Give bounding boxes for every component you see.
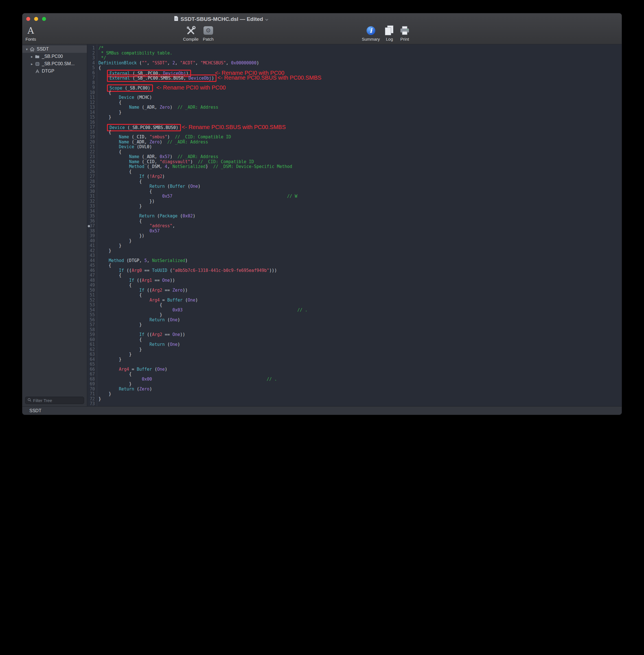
code-token: , [167, 61, 172, 66]
code-token: Name [119, 139, 129, 144]
code-token [98, 367, 119, 372]
minimize-button[interactable] [34, 17, 38, 21]
code-token: ) [195, 298, 198, 303]
code-text [97, 120, 98, 125]
code-line: 26 { [87, 170, 622, 175]
code-line: 2 * SMBus compatibility table. [87, 51, 622, 56]
code-token: "SSDT" [152, 61, 167, 66]
disclosure-right-icon[interactable]: ▸ [30, 54, 34, 59]
code-token: Zero [160, 105, 170, 110]
line-number: 52 [87, 298, 97, 303]
code-token: } [98, 381, 132, 386]
code-text: } [97, 352, 132, 357]
code-line: 7 External (_SB_.PC00.SMBS.BUS0, DeviceO… [87, 75, 622, 81]
close-button[interactable] [26, 17, 30, 21]
code-token: } [98, 110, 121, 115]
filter-field[interactable] [25, 397, 84, 404]
code-text: 0x03 // . [97, 308, 307, 313]
code-line: 10 { [87, 90, 622, 95]
line-number: 17 [87, 125, 97, 130]
tree-item-DTGP[interactable]: DTGP [22, 67, 87, 75]
code-token: (( [144, 332, 152, 337]
code-text: } [97, 347, 142, 352]
code-text: { [97, 303, 162, 308]
code-token: (MCHC) [134, 95, 152, 100]
code-token: (_DSM, [144, 164, 165, 169]
line-number: 57 [87, 322, 97, 328]
line-number: 41 [87, 243, 97, 248]
code-token [98, 308, 172, 313]
code-token: // _ADR: Address [178, 105, 218, 110]
code-text: } [97, 239, 132, 244]
zoom-button[interactable] [42, 17, 46, 21]
code-line: 63 } [87, 352, 622, 357]
code-token: ) [198, 184, 200, 189]
code-text: } [97, 313, 162, 318]
code-token: ) [170, 154, 178, 159]
code-token: // _CID: Compatible ID [175, 134, 231, 139]
code-token: ))) [269, 268, 277, 273]
tree-item-SB-PC00-SM[interactable]: ▸_SB.PC00.SM... [22, 60, 87, 67]
code-line: 67 { [87, 372, 622, 377]
code-token: "diagsvault" [160, 159, 190, 164]
code-text: Name (_CID, "diagsvault") // _CID: Compa… [97, 159, 254, 165]
code-editor[interactable]: 1/*2 * SMBus compatibility table.3 */4De… [87, 44, 622, 406]
code-token: /* [98, 45, 104, 50]
code-token: One [188, 298, 195, 303]
code-token: !Arg2 [150, 174, 162, 179]
code-line: 73 [87, 402, 622, 406]
code-text: If (!Arg2) [97, 174, 165, 179]
fonts-button[interactable]: A Fonts [22, 25, 40, 42]
code-token: ) [162, 174, 165, 179]
code-token: ( [165, 342, 170, 347]
filter-tree-input[interactable] [33, 398, 82, 403]
tree-item-SSDT[interactable]: ▾SSDT [22, 45, 87, 53]
code-token: ( [152, 367, 157, 372]
code-line: 30 { [87, 189, 622, 194]
code-token [183, 308, 297, 313]
disclosure-down-icon[interactable]: ▾ [25, 47, 29, 51]
code-text: Method (_DSM, 4, NotSerialized) // _DSM:… [97, 164, 292, 170]
code-line: 42 } [87, 248, 622, 253]
info-icon: i [367, 26, 375, 35]
print-button[interactable]: Print [396, 25, 414, 42]
code-token: { [98, 65, 101, 70]
line-number: 36 [87, 219, 97, 224]
code-line: 3 */ [87, 55, 622, 61]
code-line: 53 { [87, 303, 622, 308]
code-text: } [97, 248, 111, 253]
code-text: 0x00 // . [97, 377, 277, 382]
code-token [172, 194, 287, 199]
code-token: ) [165, 367, 167, 372]
line-number: 1 [87, 46, 97, 51]
line-number: 63 [87, 352, 97, 357]
line-number: 50 [87, 288, 97, 293]
disclosure-right-icon[interactable]: ▸ [30, 62, 34, 66]
patch-button[interactable]: ⚙ Patch [199, 25, 217, 42]
summary-button[interactable]: i Summary [362, 25, 380, 42]
code-token: { [98, 337, 142, 342]
line-number: 30 [87, 189, 97, 194]
code-token: Method [109, 258, 124, 263]
code-text: */ [97, 55, 106, 61]
code-token: ) [211, 76, 214, 81]
code-token: 0x03 [172, 308, 183, 313]
code-line: 31 0x57 // W [87, 194, 622, 199]
code-token: */ [98, 55, 106, 61]
title-chevron-down-icon[interactable] [265, 16, 268, 22]
code-line: 69 } [87, 382, 622, 387]
code-line: 38 0x57 [87, 229, 622, 234]
code-line: 35 Return (Package (0x02) [87, 214, 622, 219]
code-token: == [142, 268, 152, 273]
line-number: 72 [87, 397, 97, 402]
code-token: Name [129, 159, 139, 164]
line-number: 70 [87, 387, 97, 392]
code-token: "smbus" [150, 134, 167, 139]
tree-item-SB-PC00[interactable]: ▸_SB.PC00 [22, 53, 87, 60]
code-text: } [97, 391, 111, 397]
line-number: 61 [87, 342, 97, 347]
code-token: Return [150, 184, 165, 189]
compile-button[interactable]: Compile [182, 25, 200, 42]
tree-item-label: SSDT [37, 47, 49, 52]
code-line: 23 Name (_ADR, 0x57) // _ADR: Address [87, 154, 622, 159]
